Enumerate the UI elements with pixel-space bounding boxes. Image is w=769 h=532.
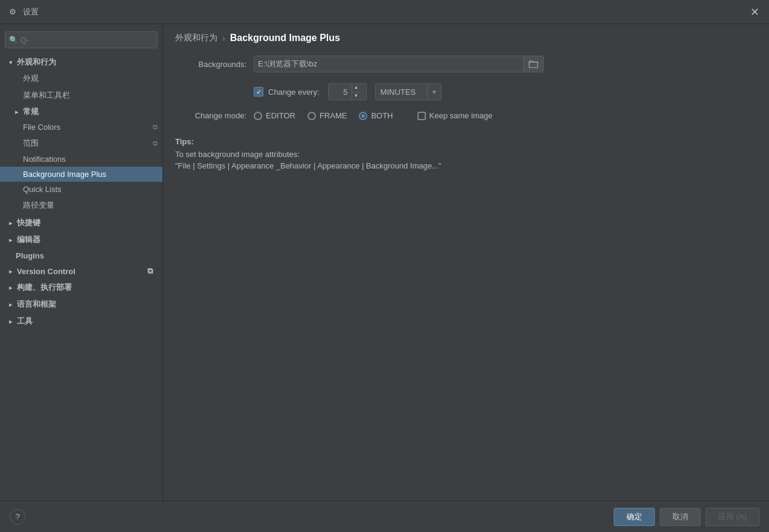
arrow-right-icon-tools: ▸ xyxy=(6,317,14,325)
breadcrumb-separator: › xyxy=(222,33,225,43)
backgrounds-control xyxy=(254,56,544,72)
sidebar-item-notifications[interactable]: Notifications xyxy=(0,152,162,167)
tips-line2: "File | Settings | Appearance _Behavior … xyxy=(175,161,757,170)
sidebar-item-scope[interactable]: 范围 ⧉ xyxy=(0,135,162,152)
sidebar-group-build-exec: ▸ 构建、执行部署 xyxy=(0,280,162,295)
copy-icon-scope: ⧉ xyxy=(153,139,158,147)
sidebar-group-label-lang-framework: 语言和框架 xyxy=(17,299,56,310)
close-button[interactable]: ✕ xyxy=(747,5,762,19)
number-input-wrapper[interactable]: ▲ ▼ xyxy=(328,83,367,100)
breadcrumb-current: Background Image Plus xyxy=(230,33,340,43)
confirm-button[interactable]: 确定 xyxy=(614,508,655,526)
radio-circle-frame xyxy=(307,112,316,120)
change-every-label: Change every: xyxy=(268,88,320,97)
search-icon: 🔍 xyxy=(9,36,18,44)
sidebar-group-label-appearance-behavior: 外观和行为 xyxy=(17,57,56,68)
sidebar-group-label-shortcuts: 快捷键 xyxy=(17,217,40,228)
check-icon: ✓ xyxy=(256,89,262,95)
radio-item-both[interactable]: BOTH xyxy=(359,111,393,120)
radio-label-editor: EDITOR xyxy=(266,111,295,120)
bottom-bar-right: 确定 取消 应用 (A) xyxy=(614,508,759,526)
sidebar-group-lang-framework: ▸ 语言和框架 xyxy=(0,296,162,312)
sidebar-group-header-version-control[interactable]: ▸ Version Control ⧉ xyxy=(0,264,162,278)
path-input-wrapper[interactable] xyxy=(254,56,544,72)
time-unit-value: MINUTES xyxy=(376,88,427,97)
sidebar-group-header-build-exec[interactable]: ▸ 构建、执行部署 xyxy=(0,280,162,295)
arrow-right-icon-lang: ▸ xyxy=(6,300,14,309)
dropdown-arrow-icon: ▼ xyxy=(427,84,441,100)
sidebar-group-label-build-exec: 构建、执行部署 xyxy=(17,282,72,293)
radio-circle-editor xyxy=(254,112,262,120)
sidebar-group-editor: ▸ 编辑器 xyxy=(0,232,162,248)
backgrounds-path-input[interactable] xyxy=(254,60,523,69)
arrow-right-icon-build: ▸ xyxy=(6,283,14,292)
change-every-checkbox[interactable]: ✓ xyxy=(254,87,263,97)
sidebar-group-header-shortcuts[interactable]: ▸ 快捷键 xyxy=(0,215,162,231)
sidebar-group-plugins: Plugins xyxy=(0,249,162,263)
tips-line1: To set background image attributes: xyxy=(175,150,757,159)
bottom-bar: ? 确定 取消 应用 (A) xyxy=(0,501,769,532)
sidebar-subgroup-header-general[interactable]: ▸ 常规 xyxy=(0,104,162,120)
change-mode-control: EDITOR FRAME BOTH Keep same image xyxy=(254,111,492,120)
time-unit-dropdown[interactable]: MINUTES ▼ xyxy=(375,83,442,100)
sidebar-group-header-editor[interactable]: ▸ 编辑器 xyxy=(0,232,162,248)
radio-item-frame[interactable]: FRAME xyxy=(307,111,347,120)
sidebar-group-label-editor: 编辑器 xyxy=(17,234,40,245)
arrow-right-icon: ▸ xyxy=(12,107,21,116)
stepper-up-button[interactable]: ▲ xyxy=(352,84,361,92)
sidebar-subgroup-label-general: 常规 xyxy=(23,106,39,117)
keep-same-image-checkbox[interactable] xyxy=(417,112,426,120)
keep-same-image-label: Keep same image xyxy=(430,111,493,120)
sidebar-item-background-image-plus[interactable]: Background Image Plus xyxy=(0,167,162,182)
content-area: 外观和行为 › Background Image Plus Background… xyxy=(163,24,769,501)
stepper-buttons: ▲ ▼ xyxy=(352,84,361,100)
arrow-right-icon-vc: ▸ xyxy=(6,267,14,275)
sidebar-group-header-appearance-behavior[interactable]: ▾ 外观和行为 xyxy=(0,54,162,70)
search-input[interactable] xyxy=(21,36,153,45)
keep-same-image-item[interactable]: Keep same image xyxy=(417,111,493,120)
sidebar: 🔍 ▾ 外观和行为 外观 菜单和工具栏 ▸ 常规 File Colors ⧉ xyxy=(0,24,163,501)
copy-icon-vc: ⧉ xyxy=(147,266,153,276)
change-mode-label: Change mode: xyxy=(175,111,254,120)
arrow-right-icon-shortcuts: ▸ xyxy=(6,219,14,227)
change-mode-row: Change mode: EDITOR FRAME BO xyxy=(175,111,757,120)
radio-label-both: BOTH xyxy=(371,111,393,120)
change-every-control: ✓ Change every: ▲ ▼ MINUTES ▼ xyxy=(254,83,442,100)
settings-icon: ⚙ xyxy=(7,7,18,18)
breadcrumb: 外观和行为 › Background Image Plus xyxy=(163,24,769,50)
folder-browse-button[interactable] xyxy=(523,56,543,72)
sidebar-item-file-colors[interactable]: File Colors ⧉ xyxy=(0,120,162,135)
help-button[interactable]: ? xyxy=(10,509,25,525)
radio-item-editor[interactable]: EDITOR xyxy=(254,111,295,120)
radio-circle-both xyxy=(359,112,367,120)
arrow-right-icon-editor: ▸ xyxy=(6,236,14,244)
sidebar-item-appearance[interactable]: 外观 xyxy=(0,70,162,87)
breadcrumb-parent[interactable]: 外观和行为 xyxy=(175,33,217,43)
title-bar: ⚙ 设置 ✕ xyxy=(0,0,769,24)
sidebar-group-header-plugins[interactable]: Plugins xyxy=(0,249,162,263)
sidebar-group-tools: ▸ 工具 xyxy=(0,313,162,329)
tips-section: Tips: To set background image attributes… xyxy=(175,131,757,170)
sidebar-group-header-lang-framework[interactable]: ▸ 语言和框架 xyxy=(0,296,162,312)
copy-icon-file-colors: ⧉ xyxy=(153,123,158,131)
sidebar-group-label-tools: 工具 xyxy=(17,316,33,327)
sidebar-group-appearance-behavior: ▾ 外观和行为 外观 菜单和工具栏 ▸ 常规 File Colors ⧉ 范围 … xyxy=(0,54,162,214)
sidebar-group-header-tools[interactable]: ▸ 工具 xyxy=(0,313,162,329)
change-every-value[interactable] xyxy=(329,88,352,97)
backgrounds-label: Backgrounds: xyxy=(175,60,254,69)
tips-label: Tips: xyxy=(175,137,757,146)
radio-label-frame: FRAME xyxy=(320,111,347,120)
sidebar-group-version-control: ▸ Version Control ⧉ xyxy=(0,264,162,278)
search-box[interactable]: 🔍 xyxy=(5,31,158,48)
sidebar-item-path-variables[interactable]: 路径变量 xyxy=(0,197,162,214)
apply-button[interactable]: 应用 (A) xyxy=(706,508,759,526)
arrow-down-icon: ▾ xyxy=(6,58,14,66)
sidebar-group-shortcuts: ▸ 快捷键 xyxy=(0,215,162,231)
sidebar-group-label-version-control: Version Control xyxy=(17,267,76,276)
backgrounds-row: Backgrounds: xyxy=(175,56,757,72)
window-title: 设置 xyxy=(23,7,39,18)
sidebar-item-menus-toolbars[interactable]: 菜单和工具栏 xyxy=(0,87,162,104)
cancel-button[interactable]: 取消 xyxy=(660,508,701,526)
sidebar-item-quick-lists[interactable]: Quick Lists xyxy=(0,182,162,197)
stepper-down-button[interactable]: ▼ xyxy=(352,92,361,100)
